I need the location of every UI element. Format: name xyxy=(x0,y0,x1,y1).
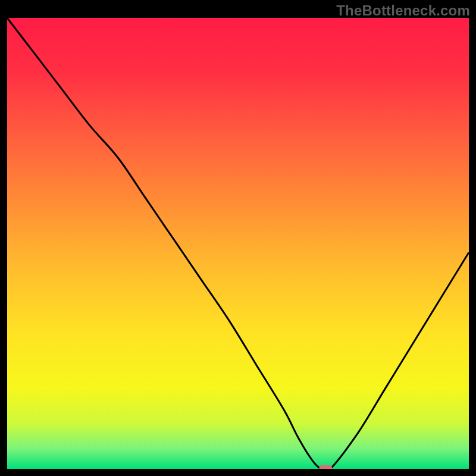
chart-frame: TheBottleneck.com xyxy=(0,0,476,476)
optimal-marker xyxy=(319,465,332,469)
watermark-text: TheBottleneck.com xyxy=(336,2,470,19)
plot-area xyxy=(7,18,469,469)
chart-svg xyxy=(7,18,469,469)
gradient-background xyxy=(7,18,469,469)
